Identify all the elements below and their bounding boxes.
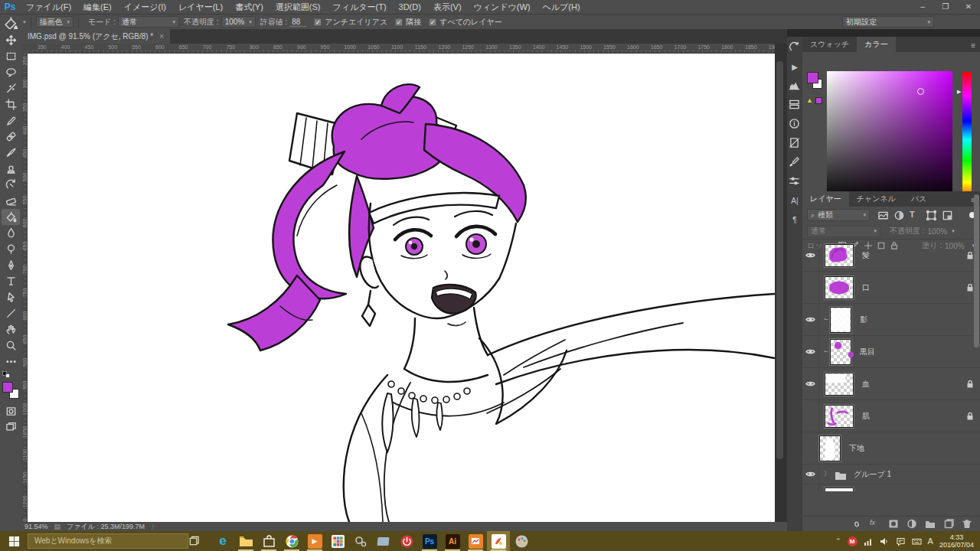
link-layers-icon[interactable] (851, 519, 862, 529)
stamp-tool[interactable] (2, 161, 20, 177)
properties-panel-icon[interactable] (789, 99, 801, 111)
line-tool[interactable] (2, 305, 20, 321)
quick-mask-icon[interactable] (2, 403, 20, 419)
zoom-level[interactable]: 91.54% (24, 523, 48, 530)
document-tab[interactable]: IMG.psd @ 91.5% (アクセ, RGB/8) * × (21, 29, 170, 44)
option-checkbox-0[interactable]: ✓アンチエイリアス (314, 17, 387, 28)
visibility-toggle[interactable] (802, 240, 819, 271)
warning-triangle-icon[interactable]: ▲ (806, 96, 813, 104)
fill-source-dropdown[interactable]: 描画色 ▾ (36, 16, 74, 28)
bucket-tool[interactable] (2, 209, 20, 225)
option-checkbox-1[interactable]: ✓隣接 (395, 17, 421, 28)
healing-tool[interactable] (2, 129, 20, 145)
tab-channels[interactable]: チャンネル (849, 191, 903, 207)
taskbar-app-explorer[interactable] (234, 531, 257, 551)
speaker-icon[interactable] (880, 536, 890, 546)
canvas[interactable]: .hairfill { fill:#bb3fd6; } (28, 54, 775, 522)
hand-tool[interactable] (2, 321, 20, 337)
menu-item-1[interactable]: 編集(E) (77, 0, 118, 14)
action-center-icon[interactable] (896, 536, 906, 546)
zoom-tool[interactable] (2, 337, 20, 354)
info-panel-icon[interactable] (789, 118, 801, 130)
history-panel-icon[interactable] (789, 41, 801, 54)
pen-tool[interactable] (2, 257, 20, 273)
tab-close-icon[interactable]: × (159, 32, 164, 41)
taskbar-search-input[interactable]: WebとWindowsを検索 (28, 533, 188, 549)
brush-tool[interactable] (2, 145, 20, 161)
option-checkbox-2[interactable]: ✓すべてのレイヤー (429, 17, 502, 28)
gamut-swatch[interactable] (815, 97, 822, 104)
paragraph-panel-icon[interactable]: ¶ (789, 214, 801, 226)
close-button[interactable]: ✕ (957, 0, 980, 14)
ime-indicator[interactable]: A (928, 536, 933, 546)
taskbar-app-clip-active[interactable] (487, 531, 510, 551)
taskbar-app-settings[interactable] (349, 531, 372, 551)
taskbar-app-paint[interactable] (510, 531, 533, 551)
layer-thumbnail[interactable] (830, 339, 851, 365)
tool-presets-panel-icon[interactable] (789, 175, 801, 187)
move-tool[interactable] (2, 32, 20, 48)
tolerance-input[interactable]: 88 (289, 18, 306, 27)
layer-row-6[interactable]: 下地 (802, 432, 980, 465)
taskbar-app-office[interactable] (464, 531, 487, 551)
screen-mode-icon[interactable] (2, 419, 20, 435)
path-select-tool[interactable] (2, 289, 20, 305)
tray-clock[interactable]: 4:33 2016/07/04 (939, 533, 974, 549)
menu-item-6[interactable]: フィルター(T) (326, 0, 392, 14)
adjustment-filter-icon[interactable] (893, 210, 905, 221)
foreground-color-swatch[interactable] (807, 72, 818, 83)
more-tool[interactable] (2, 354, 20, 370)
brush-settings-panel-icon[interactable] (789, 156, 801, 168)
layer-thumbnail[interactable] (825, 405, 854, 428)
tab-color[interactable]: カラー (857, 37, 895, 52)
menu-item-5[interactable]: 選択範囲(S) (270, 0, 327, 14)
menu-item-7[interactable]: 3D(D) (393, 0, 427, 14)
taskbar-app-chrome[interactable] (280, 531, 303, 551)
task-view-button[interactable] (188, 536, 211, 547)
layer-thumbnail[interactable] (825, 244, 854, 267)
visibility-toggle[interactable] (802, 336, 819, 367)
taskbar-app-video[interactable]: ▶ (303, 531, 326, 551)
taskbar-app-power[interactable] (395, 531, 418, 551)
histogram-panel-icon[interactable] (789, 80, 801, 92)
status-arrow-icon[interactable]: 〉 (151, 522, 158, 532)
menu-item-4[interactable]: 書式(Y) (229, 0, 270, 14)
visibility-toggle[interactable] (802, 368, 819, 399)
blend-mode-dropdown[interactable]: 通常 ▾ (807, 226, 880, 237)
layer-row-0[interactable]: 髪 (802, 240, 980, 272)
app-badge-icon[interactable]: M (848, 536, 858, 546)
taskbar-app-photoshop[interactable]: Ps (418, 531, 441, 551)
taskbar-app-store[interactable] (257, 531, 280, 551)
menu-item-2[interactable]: イメージ(I) (118, 0, 172, 14)
visibility-toggle[interactable] (802, 432, 819, 464)
menu-item-9[interactable]: ウィンドウ(W) (468, 0, 537, 14)
restore-button[interactable]: ❐ (934, 0, 957, 14)
visibility-toggle[interactable] (802, 272, 819, 303)
layer-row-5[interactable]: 肌 (802, 400, 980, 432)
taskbar-app-edge[interactable]: e (211, 531, 234, 551)
layer-thumbnail[interactable] (819, 435, 841, 461)
bucket-tool-badge-icon[interactable] (3, 16, 18, 28)
tab-layers[interactable]: レイヤー (802, 191, 849, 207)
mode-dropdown[interactable]: 通常 ▾ (118, 16, 179, 28)
preset-dropdown[interactable]: 初期設定 ▾ (842, 16, 934, 28)
menu-item-8[interactable]: 表示(V) (427, 0, 468, 14)
character-panel-icon[interactable]: A| (789, 194, 801, 207)
type-filter-icon[interactable]: T (910, 210, 921, 221)
add-mask-icon[interactable] (888, 519, 899, 529)
layer-thumbnail[interactable] (825, 487, 854, 492)
panel-menu-icon[interactable]: ≡ (966, 41, 980, 52)
network-icon[interactable] (864, 536, 874, 546)
layer-row-1[interactable]: 口 (802, 272, 980, 304)
filter-kind-dropdown[interactable]: ⌕ 種類 ▾ (807, 209, 870, 221)
blur-tool[interactable] (2, 225, 20, 241)
start-button[interactable] (0, 531, 28, 551)
visibility-toggle[interactable] (802, 400, 819, 432)
foreground-swatch[interactable] (2, 382, 13, 393)
new-layer-icon[interactable] (943, 519, 954, 529)
opacity-dropdown[interactable]: 100% ▾ (221, 16, 256, 28)
color-field[interactable] (827, 71, 952, 201)
eyedropper-tool[interactable] (2, 112, 20, 129)
crop-tool[interactable] (2, 96, 20, 112)
pixel-filter-icon[interactable] (877, 210, 889, 221)
